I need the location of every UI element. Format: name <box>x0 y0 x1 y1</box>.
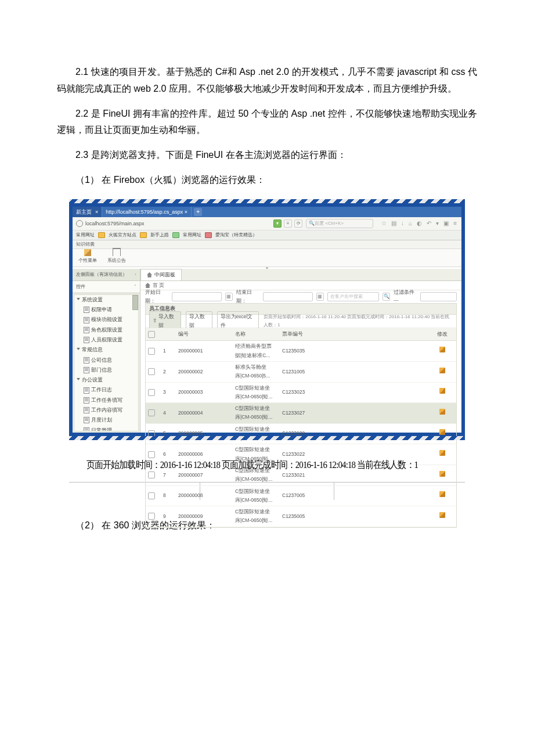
sidebar-item[interactable]: 工作任务填写 <box>74 395 138 405</box>
menu-icon[interactable]: ≡ <box>453 218 457 229</box>
sidebar-item[interactable]: 角色权限设置 <box>74 325 138 335</box>
sidebar-item[interactable]: 办公设置 <box>74 375 138 385</box>
folder-open-icon <box>77 378 80 382</box>
content-tab-home[interactable]: 中间面板 <box>140 269 182 280</box>
sidebar-item[interactable]: 工作日志 <box>74 385 138 395</box>
row-checkbox[interactable] <box>148 389 155 396</box>
clipboard-icon[interactable]: ▤ <box>391 218 396 229</box>
page-icon <box>84 397 89 404</box>
browser-search-input[interactable]: 🔍 百度 <Ctrl+K> <box>306 219 373 228</box>
col-bill[interactable]: 票单编号 <box>280 328 342 341</box>
more-icon[interactable]: ▾ <box>436 218 439 229</box>
sidebar-item[interactable]: 人员权限设置 <box>74 335 138 345</box>
collapse-icon[interactable]: ‹ <box>135 271 136 279</box>
row-checkbox[interactable] <box>148 492 155 499</box>
cell-code: 200000009 <box>176 506 233 527</box>
calendar-icon[interactable]: ▦ <box>316 293 324 301</box>
browser-tab-active[interactable]: 新主页 × <box>73 207 102 217</box>
bm-4[interactable]: 爱淘宝（特卖精选） <box>215 231 257 239</box>
end-date-input[interactable] <box>263 292 313 301</box>
edit-icon[interactable] <box>439 491 445 497</box>
bm-1[interactable]: 火狐官方站点 <box>109 231 136 239</box>
row-checkbox[interactable] <box>148 513 155 520</box>
cell-name: C型国际短途坐席|CM-0650|短... <box>233 506 280 527</box>
firefox-screenshot: 新主页 × http://localhost:5795/asp.cs_aspx … <box>69 199 465 440</box>
edit-icon[interactable] <box>439 450 445 456</box>
tool-menu[interactable]: 个性菜单 <box>78 249 97 265</box>
folder-open-icon <box>77 348 80 352</box>
customer-search-input[interactable]: 在客户名中搜索 <box>327 292 380 301</box>
table-row[interactable]: 8200000008C型国际短途坐席|CM-0650|短...C1237005 <box>146 485 456 506</box>
cell-name: C型国际短途坐席|CM-0650|短... <box>233 403 280 424</box>
cell-bill: C1231005 <box>280 361 342 382</box>
bm-2[interactable]: 新手上路 <box>150 231 169 239</box>
reader-icon[interactable]: ≡ <box>284 219 292 228</box>
sidebar-item[interactable]: 工作内容填写 <box>74 405 138 415</box>
sidebar-item[interactable]: 常规信息 <box>74 345 138 355</box>
trash-icon <box>113 248 121 256</box>
col-name[interactable]: 名称 <box>233 328 280 341</box>
table-row[interactable]: 9200000009C型国际短途坐席|CM-0650|短...C1235005 <box>146 506 456 527</box>
search-placeholder: 百度 <Ctrl+K> <box>315 219 344 228</box>
sync-icon[interactable]: ◐ <box>417 218 422 229</box>
table-row[interactable]: 2200000002标准头等舱坐席|CM-0650|5...C1231005 <box>146 361 456 382</box>
sidebar-item-label: 部门信息 <box>91 366 112 375</box>
bookmark-label: 常用网址 <box>76 231 95 239</box>
sidebar-tree-header[interactable]: 控件 ˄ <box>73 281 140 293</box>
edit-icon[interactable] <box>439 512 445 518</box>
cell-name: C型国际短途坐席|CM-0650|短... <box>233 382 280 403</box>
bm-3[interactable]: 常用网址 <box>183 231 201 239</box>
sidebar-item[interactable]: 公司信息 <box>74 355 138 365</box>
close-icon[interactable]: × <box>92 207 98 217</box>
home-icon[interactable]: ⌂ <box>409 218 412 229</box>
row-checkbox[interactable] <box>148 368 155 375</box>
row-checkbox[interactable] <box>148 409 155 416</box>
globe-icon <box>76 220 83 227</box>
browser-tab-url[interactable]: http://localhost:5795/asp.cs_aspx × <box>102 207 192 217</box>
shield-icon[interactable]: ▾ <box>273 219 282 228</box>
scrollbar-thumb[interactable] <box>132 295 138 310</box>
edit-icon[interactable] <box>439 388 445 394</box>
edit-icon[interactable] <box>439 347 445 352</box>
sidebar-item[interactable]: 日常管理 <box>74 426 138 431</box>
edit-icon[interactable] <box>439 471 445 477</box>
history-icon[interactable]: ↶ <box>427 218 431 229</box>
filter-input[interactable] <box>420 292 457 301</box>
table-row[interactable]: 4200000004C型国际短途坐席|CM-0650|短...C1233027 <box>146 403 456 424</box>
edit-icon[interactable] <box>439 429 445 435</box>
screenshot-icon[interactable]: ▣ <box>443 218 449 229</box>
download-icon[interactable]: ↓ <box>401 218 404 229</box>
sidebar-item-label: 模块功能设置 <box>91 315 122 324</box>
start-date-input[interactable] <box>172 292 222 301</box>
table-row[interactable]: 3200000003C型国际短途坐席|CM-0650|短...C1233023 <box>146 382 456 403</box>
sidebar-item[interactable]: 部门信息 <box>74 365 138 375</box>
grid-header-row: 编号 名称 票单编号 修改 <box>146 328 456 341</box>
select-all-checkbox[interactable] <box>148 331 155 338</box>
cell-name: 标准头等舱坐席|CM-0650|5... <box>233 361 280 382</box>
table-row[interactable]: 1200000001经济舱商务型票据|短途标准C...C1235035 <box>146 341 456 362</box>
sidebar-item-label: 系统设置 <box>82 296 103 304</box>
search-icon[interactable]: 🔍 <box>383 293 390 301</box>
sidebar-item[interactable]: 月度计划 <box>74 415 138 425</box>
row-checkbox[interactable] <box>148 348 155 355</box>
sidebar-item[interactable]: 权限申请 <box>74 305 138 315</box>
star-icon[interactable]: ☆ <box>381 218 387 229</box>
calendar-icon[interactable]: ▦ <box>225 293 233 301</box>
tab-url-text: http://localhost:5795/asp.cs_aspx × <box>106 207 187 217</box>
new-tab-button[interactable]: + <box>194 208 202 216</box>
page-load-status-caption: 页面开始加载时间：2016-1-16 12:04:18 页面加载完成时间：201… <box>57 440 427 480</box>
address-text[interactable]: localhost:5795/main.aspx <box>85 219 145 228</box>
page-icon <box>84 417 89 423</box>
reload-icon[interactable]: ⟳ <box>294 219 302 228</box>
page-icon <box>84 427 89 431</box>
sidebar-item[interactable]: 模块功能设置 <box>74 315 138 325</box>
sidebar-item-label: 权限申请 <box>91 305 112 314</box>
cell-bill: C1235005 <box>280 506 342 527</box>
sidebar-item[interactable]: 系统设置 <box>74 295 138 305</box>
status-text: 页面开始加载时间：2016-1-16 11:20:40 页面加载完成时间：201… <box>264 313 453 330</box>
edit-icon[interactable] <box>439 368 445 373</box>
page-icon <box>84 357 89 363</box>
tool-annc[interactable]: 系统公告 <box>107 248 126 265</box>
col-code[interactable]: 编号 <box>176 328 233 341</box>
edit-icon[interactable] <box>439 409 445 415</box>
